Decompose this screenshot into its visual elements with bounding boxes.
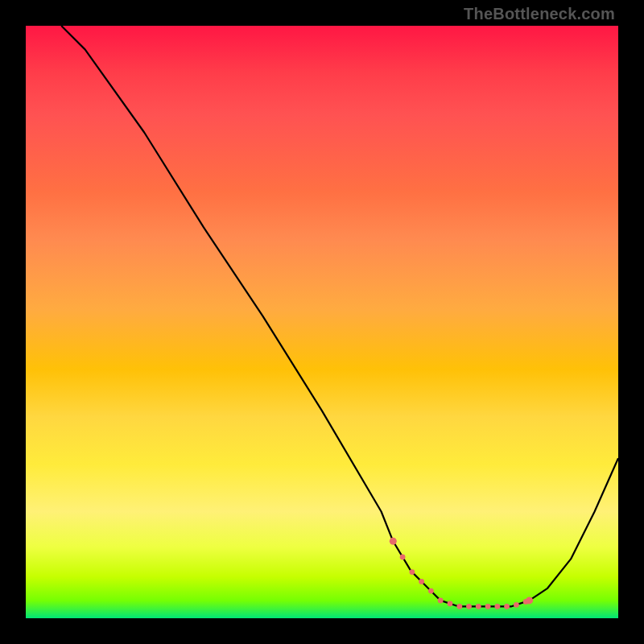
dotted-end-marker [526, 597, 533, 604]
bottleneck-curve [61, 26, 618, 606]
curve-svg [26, 26, 618, 618]
dotted-region [390, 538, 533, 609]
dotted-marker [438, 598, 444, 604]
watermark-text: TheBottleneck.com [464, 5, 615, 23]
dotted-marker [400, 555, 406, 560]
dotted-marker [456, 604, 462, 609]
curve-path [61, 26, 618, 606]
plot-area [26, 26, 618, 618]
dotted-marker [485, 604, 491, 609]
dotted-marker [476, 604, 481, 609]
dotted-marker [410, 569, 415, 575]
chart-container: TheBottleneck.com [0, 0, 644, 644]
dotted-marker [448, 601, 453, 606]
dotted-marker [419, 579, 424, 584]
dotted-marker [504, 604, 510, 609]
dotted-marker [428, 588, 434, 594]
dotted-marker [495, 604, 501, 609]
dotted-marker [514, 602, 519, 608]
dotted-marker [466, 604, 472, 609]
dotted-end-marker [390, 538, 397, 545]
